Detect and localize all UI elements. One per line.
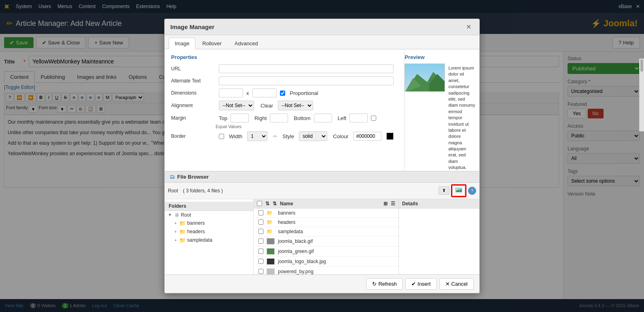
sampledata-checkbox[interactable] [257, 229, 265, 234]
tree-root[interactable]: ▼ 🖥 Root [165, 211, 253, 219]
fb-insert-image-btn[interactable] [453, 186, 465, 196]
modal-title: Image Manager [170, 23, 214, 30]
file-browser-icon: 🗂 [169, 174, 175, 180]
equal-values-checkbox[interactable] [371, 116, 376, 121]
details-column: Details [398, 199, 479, 274]
file-browser-title: File Browser [177, 174, 209, 180]
height-input[interactable] [252, 89, 277, 97]
joomla-black-checkbox[interactable] [257, 238, 265, 244]
details-header: Details [399, 199, 479, 209]
svg-point-7 [456, 188, 458, 190]
right-label: Right [254, 115, 267, 121]
preview-column: Preview [404, 49, 479, 171]
tree-banners[interactable]: + 📁 banners [165, 219, 253, 228]
joomla-logo-name: joomla_logo_black.jpg [278, 259, 395, 264]
sampledata-folder-icon: 📁 [179, 237, 186, 243]
root-expand-icon: ▼ [168, 213, 172, 217]
properties-preview-row: Properties URL Alternate Text [165, 49, 479, 171]
modal-tab-rollover[interactable]: Rollover [196, 38, 228, 49]
powered-by-thumb [267, 268, 275, 274]
tree-headers[interactable]: + 📁 headers [165, 228, 253, 236]
sampledata-expand-icon: + [174, 238, 177, 242]
modal-overlay: Image Manager ✕ Image Rollover Advanced … [0, 0, 644, 312]
powered-by-name: powered_by.png [278, 269, 395, 274]
refresh-icon: ↻ [372, 281, 377, 287]
headers-folder-label: headers [187, 229, 205, 234]
banners-folder-label: banners [187, 220, 205, 226]
alignment-select[interactable]: --Not Set-- [219, 101, 254, 110]
cancel-button[interactable]: ✕ Cancel [439, 278, 474, 290]
margin-top-input[interactable] [231, 114, 249, 122]
powered-by-checkbox[interactable] [257, 269, 265, 274]
cancel-icon: ✕ [445, 281, 450, 287]
border-width-select[interactable]: 1 [247, 131, 267, 141]
sort-icon-2[interactable]: ⇅ [273, 201, 277, 207]
clear-select[interactable]: --Not Set-- [278, 101, 313, 110]
modal-tab-advanced[interactable]: Advanced [229, 38, 264, 49]
refresh-button[interactable]: ↻ Refresh [366, 278, 403, 290]
url-input[interactable] [219, 64, 394, 73]
modal-tabs: Image Rollover Advanced [165, 35, 479, 49]
joomla-logo-thumb [267, 258, 275, 265]
width-input[interactable] [219, 89, 243, 97]
dimensions-row: Dimensions x Proportional [171, 89, 394, 97]
banners-checkbox[interactable] [257, 210, 265, 215]
margin-left-input[interactable] [350, 114, 368, 122]
colour-picker-icon[interactable] [386, 133, 394, 140]
file-row-joomla-black[interactable]: joomla_black.gif [254, 236, 398, 247]
alt-text-input[interactable] [219, 76, 394, 85]
file-browser-header: 🗂 File Browser [165, 171, 479, 183]
fb-upload-btn[interactable]: ⬆ [439, 186, 449, 195]
margin-bottom-input[interactable] [314, 114, 332, 122]
sort-icon-1[interactable]: ⇅ [265, 201, 269, 207]
insert-image-icon [455, 187, 463, 194]
file-browser-body: Folders ▼ 🖥 Root + 📁 banners [165, 199, 479, 274]
root-folder-label: Root [181, 212, 191, 218]
grid-icon[interactable]: ⊞ [383, 201, 388, 207]
border-style-select[interactable]: solid [299, 131, 327, 141]
details-content [401, 211, 477, 274]
alignment-label: Alignment [171, 103, 216, 108]
modal-header: Image Manager ✕ [165, 19, 479, 35]
alignment-row: Alignment --Not Set-- Clear --Not Set-- [171, 101, 394, 110]
bottom-label: Bottom [294, 115, 310, 121]
banners-expand-icon: + [174, 221, 177, 226]
joomla-green-name: joomla_green.gif [278, 249, 395, 254]
file-row-joomla-logo[interactable]: joomla_logo_black.jpg [254, 257, 398, 267]
tree-sampledata[interactable]: + 📁 sampledata [165, 236, 253, 245]
alt-text-label: Alternate Text [171, 78, 216, 84]
insert-button[interactable]: ✔ Insert [405, 278, 437, 290]
file-row-powered-by[interactable]: powered_by.png [254, 267, 398, 274]
file-row-joomla-green[interactable]: joomla_green.gif [254, 247, 398, 257]
image-manager-modal: Image Manager ✕ Image Rollover Advanced … [164, 19, 480, 293]
list-icon[interactable]: ☰ [391, 201, 395, 207]
joomla-green-checkbox[interactable] [257, 249, 265, 254]
file-row-headers[interactable]: 📁 headers [254, 218, 398, 227]
border-checkbox[interactable] [219, 134, 224, 139]
border-colour-input[interactable] [353, 132, 381, 141]
modal-close-button[interactable]: ✕ [464, 22, 474, 32]
fb-help-btn[interactable]: ? [468, 187, 476, 195]
insert-icon: ✔ [411, 281, 416, 287]
url-row: URL [171, 64, 394, 73]
url-label: URL [171, 66, 216, 72]
proportional-checkbox[interactable] [280, 91, 285, 96]
joomla-logo-checkbox[interactable] [257, 259, 265, 264]
joomla-black-name: joomla_black.gif [278, 238, 395, 244]
modal-tab-image[interactable]: Image [169, 38, 195, 49]
equal-values-label: Equal Values [216, 124, 394, 129]
margin-right-input[interactable] [270, 114, 288, 122]
headers-folder-icon: 📁 [179, 229, 186, 235]
preview-title: Preview [405, 54, 475, 60]
dimensions-label: Dimensions [171, 90, 216, 96]
headers-checkbox[interactable] [257, 219, 265, 225]
file-row-banners[interactable]: 📁 banners [254, 209, 398, 218]
select-all-checkbox[interactable] [257, 201, 262, 206]
clear-label: Clear [261, 103, 273, 109]
file-row-sampledata[interactable]: 📁 sampledata [254, 227, 398, 236]
preview-lorem: Lorem ipsum dolor sit amet, consetetur s… [448, 65, 475, 171]
border-style-icon: ✏ [273, 133, 278, 139]
file-list: ⇅ ⇅ Name ⊞ ☰ 📁 banners [254, 199, 398, 274]
border-colour-label: Colour [333, 133, 348, 139]
fb-root-label: Root [168, 188, 178, 194]
